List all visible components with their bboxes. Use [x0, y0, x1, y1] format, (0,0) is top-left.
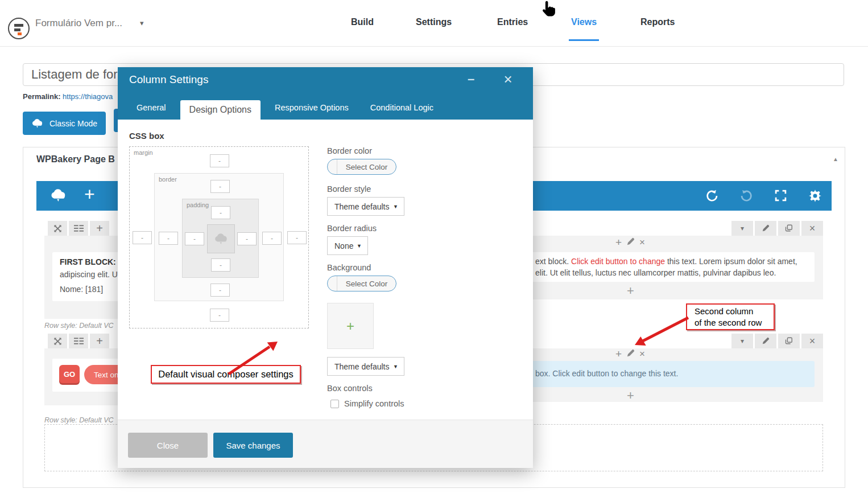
form-title-caret-icon[interactable]: ▾: [140, 0, 144, 46]
tab-responsive-options[interactable]: Responsive Options: [267, 103, 356, 120]
row-move-icon[interactable]: [48, 334, 67, 348]
annotation-second-column-line2: of the second row: [695, 317, 774, 328]
add-element-icon[interactable]: +: [84, 184, 95, 205]
select-caret-icon: ▼: [357, 243, 362, 249]
tab-entries[interactable]: Entries: [497, 0, 528, 44]
border-color-picker[interactable]: Select Color: [327, 159, 396, 175]
minimize-icon[interactable]: –: [464, 72, 478, 89]
content-box-leaf-icon: [207, 224, 235, 253]
padding-top-input[interactable]: [211, 206, 230, 219]
first-block-line3: Nome: [181]: [60, 285, 103, 294]
row-clone-icon[interactable]: [778, 221, 800, 236]
tab-conditional-logic[interactable]: Conditional Logic: [363, 103, 441, 120]
border-style-label: Border style: [327, 184, 371, 194]
gear-icon[interactable]: [809, 190, 822, 203]
row-edit-icon[interactable]: [755, 334, 776, 348]
add-image-box[interactable]: +: [327, 303, 374, 349]
row1-controls-right: ▾ ×: [731, 221, 823, 236]
redo-icon[interactable]: [741, 190, 754, 203]
first-block-bold: FIRST BLOCK:: [60, 257, 116, 266]
row-layout-icon[interactable]: [69, 334, 88, 348]
form-title[interactable]: Formulário Vem pr...: [35, 0, 122, 46]
margin-right-input[interactable]: [287, 231, 307, 244]
tab-general[interactable]: General: [129, 103, 173, 120]
tab-settings[interactable]: Settings: [416, 0, 452, 44]
classic-mode-button[interactable]: Classic Mode: [23, 112, 106, 135]
permalink: Permalink: https://thiagova: [23, 92, 113, 101]
border-right-input[interactable]: [262, 232, 282, 245]
go-button[interactable]: GO: [59, 365, 80, 383]
padding-box: padding: [182, 199, 259, 278]
modal-title: Column Settings: [129, 73, 208, 86]
info-block-text: box. Click edit button to change this te…: [535, 369, 678, 378]
tab-views[interactable]: Views: [571, 0, 597, 44]
modal-tabbar: General Design Options Responsive Option…: [118, 94, 533, 120]
column-settings-modal: Column Settings – × General Design Optio…: [118, 67, 533, 468]
column-edit-icon[interactable]: [626, 237, 635, 248]
border-radius-select[interactable]: None ▼: [327, 236, 368, 255]
background-label: Background: [327, 263, 371, 272]
save-changes-button[interactable]: Save changes: [213, 433, 293, 458]
padding-bottom-input[interactable]: [211, 258, 230, 272]
row-edit-icon[interactable]: [755, 221, 776, 236]
top-bar: Formulário Vem pr... ▾ Build Settings En…: [0, 0, 868, 47]
annotation-arrow-up-right: [221, 334, 289, 380]
row-delete-icon[interactable]: ×: [801, 334, 823, 348]
background-color-picker[interactable]: Select Color: [327, 276, 396, 291]
close-button[interactable]: Close: [128, 433, 208, 458]
row-move-icon[interactable]: [48, 221, 67, 236]
annotation-second-column: Second column of the second row: [686, 303, 775, 330]
background-color-picker-label: Select Color: [337, 280, 396, 288]
row-toggle-icon[interactable]: ▾: [731, 221, 753, 236]
column-add-icon[interactable]: +: [615, 236, 622, 249]
border-bottom-input[interactable]: [210, 284, 230, 297]
tab-design-options[interactable]: Design Options: [180, 100, 261, 120]
row2-controls-left: +: [48, 334, 109, 348]
close-icon[interactable]: ×: [500, 71, 516, 89]
text-block-red: Click edit button to change: [571, 257, 665, 266]
css-box-heading: CSS box: [129, 131, 164, 141]
css-box-diagram: margin border padding: [129, 146, 309, 328]
margin-left-input[interactable]: [133, 231, 152, 244]
row1-add-element-icon[interactable]: +: [627, 284, 634, 298]
border-style-select[interactable]: Theme defaults ▼: [327, 197, 404, 216]
row-toggle-icon[interactable]: ▾: [731, 334, 753, 348]
permalink-link[interactable]: https://thiagova: [63, 92, 113, 101]
padding-right-input[interactable]: [237, 232, 257, 245]
text-block-line2: elit. Ut elit tellus, luctus nec ullamco…: [535, 268, 776, 277]
fullscreen-icon[interactable]: [775, 190, 788, 203]
modal-footer: Close Save changes: [118, 420, 533, 468]
background-style-select[interactable]: Theme defaults ▼: [327, 357, 404, 376]
row2-add-element-icon[interactable]: +: [627, 388, 634, 403]
column-delete-icon[interactable]: ×: [639, 237, 645, 248]
border-radius-value: None: [334, 241, 353, 250]
row3-style-label: Row style: Default VC: [44, 416, 114, 424]
row-add-icon[interactable]: +: [90, 334, 109, 348]
margin-bottom-input[interactable]: [210, 309, 229, 322]
row-add-icon[interactable]: +: [90, 221, 109, 236]
border-radius-label: Border radius: [327, 224, 377, 233]
margin-top-input[interactable]: [210, 154, 229, 167]
background-style-value: Theme defaults: [334, 362, 390, 371]
row1-column2-controls: + ×: [615, 236, 645, 249]
border-color-label: Border color: [327, 146, 372, 155]
tab-reports[interactable]: Reports: [640, 0, 675, 44]
modal-header[interactable]: Column Settings – ×: [118, 67, 533, 94]
column-add-icon[interactable]: +: [615, 348, 622, 360]
tab-build[interactable]: Build: [351, 0, 374, 44]
margin-label: margin: [134, 149, 153, 156]
row-layout-icon[interactable]: [69, 221, 88, 236]
simplify-controls-checkbox[interactable]: [330, 400, 339, 408]
undo-icon[interactable]: [705, 190, 719, 203]
tab-views-label: Views: [571, 17, 597, 27]
panel-collapse-icon[interactable]: ▲: [833, 156, 838, 162]
row2-controls-right: ▾ ×: [731, 334, 823, 348]
padding-left-input[interactable]: [185, 232, 204, 245]
select-caret-icon: ▼: [393, 364, 398, 369]
text-block-pre: ext block.: [535, 257, 571, 266]
row-delete-icon[interactable]: ×: [801, 221, 823, 236]
border-left-input[interactable]: [159, 232, 178, 245]
border-top-input[interactable]: [210, 180, 230, 193]
row-clone-icon[interactable]: [778, 334, 800, 348]
wpbakery-leaf-icon: [50, 188, 67, 205]
